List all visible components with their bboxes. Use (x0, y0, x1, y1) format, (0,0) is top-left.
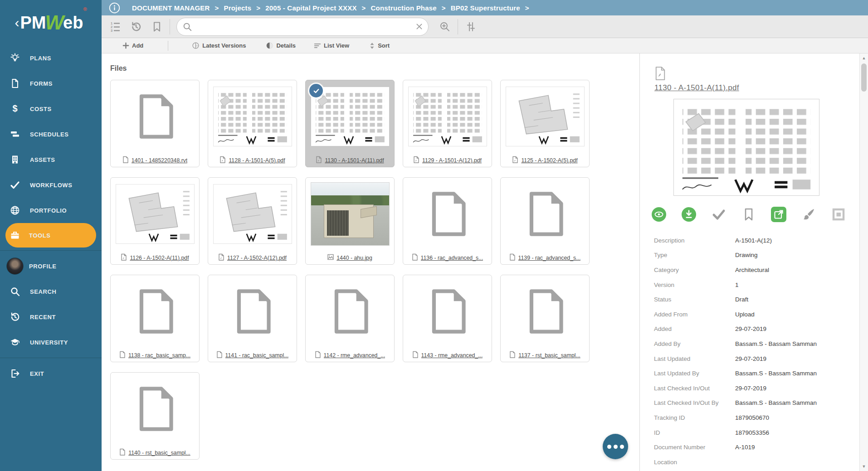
file-link[interactable]: 1143 - rme_advanced_... (421, 352, 483, 359)
pmweb-logo[interactable]: ‹PMWeb® (0, 0, 102, 45)
file-link[interactable]: 1401 - 1485220348.rvt (132, 157, 188, 164)
details-toggle[interactable]: Details (266, 42, 296, 49)
sidebar-item-plans[interactable]: PLANS (0, 45, 102, 71)
sidebar-item-recent[interactable]: RECENT (0, 304, 102, 330)
file-link[interactable]: 1128 - A-1501-A(5).pdf (229, 157, 285, 164)
checkout-button[interactable] (711, 207, 727, 222)
file-link[interactable]: 1127 - A-1502-A(12).pdf (227, 255, 287, 261)
file-link[interactable]: 1125 - A-1502-A(5).pdf (521, 157, 577, 164)
view-button[interactable] (651, 207, 667, 222)
sidebar-item-schedules[interactable]: SCHEDULES (0, 121, 102, 147)
open-external-button[interactable] (771, 207, 786, 222)
file-link[interactable]: 1126 - A-1502-A(11).pdf (130, 255, 189, 261)
sort-button[interactable]: Sort (369, 42, 390, 49)
file-card[interactable]: 1401 - 1485220348.rvt (110, 80, 200, 167)
sidebar-item-profile[interactable]: PROFILE (0, 253, 102, 279)
field-row: Last Updated ByBassam.S - Bassam Samman (654, 366, 859, 381)
sidebar-item-portfolio[interactable]: PORTFOLIO (0, 198, 102, 223)
collapse-chevron-icon[interactable]: ‹ (15, 15, 20, 30)
file-card-selected[interactable]: 1130 - A-1501-A(11).pdf (305, 80, 395, 167)
breadcrumb-item[interactable]: 2005 - Capital Project XXXX (265, 4, 356, 12)
file-card[interactable]: 1128 - A-1501-A(5).pdf (208, 80, 297, 167)
more-actions-button[interactable] (603, 434, 628, 459)
latest-versions-toggle[interactable]: Latest Versions (192, 42, 246, 49)
file-link[interactable]: 1142 - rme_advanced_... (324, 352, 385, 359)
field-value: 29-07-2019 (735, 355, 766, 362)
breadcrumb-item[interactable]: Construction Phase (371, 4, 437, 12)
bookmark-button[interactable] (741, 207, 756, 222)
file-card[interactable]: 1137 - rst_basic_sampl... (500, 275, 590, 362)
list-view-button[interactable]: List View (314, 42, 349, 49)
file-link[interactable]: 1137 - rst_basic_sampl... (518, 352, 580, 359)
field-label: Location (654, 459, 735, 466)
sidebar-item-university[interactable]: UNIVERSITY (0, 330, 102, 355)
file-card[interactable]: 1127 - A-1502-A(12).pdf (208, 177, 297, 265)
sidebar-item-workflows[interactable]: WORKFLOWS (0, 172, 102, 198)
add-button[interactable]: Add (122, 42, 143, 49)
filters-icon[interactable] (464, 20, 477, 33)
file-link[interactable]: 1129 - A-1501-A(12).pdf (422, 157, 482, 164)
file-link[interactable]: 1138 - rac_basic_samp... (128, 352, 190, 359)
file-link[interactable]: 1139 - rac_advanced_s... (518, 255, 581, 261)
file-card[interactable]: 1143 - rme_advanced_... (403, 275, 492, 362)
field-value: Upload (735, 311, 755, 318)
file-card[interactable]: 1138 - rac_basic_samp... (110, 275, 200, 362)
history-icon[interactable] (130, 20, 142, 33)
file-card[interactable]: 1141 - rac_basic_sampl... (208, 275, 297, 362)
breadcrumb-item[interactable]: DOCUMENT MANAGER (132, 4, 210, 12)
scroll-down-icon[interactable]: ▼ (860, 463, 868, 470)
sidebar-item-tools[interactable]: TOOLS (5, 223, 96, 248)
sidebar-item-assets[interactable]: ASSETS (0, 147, 102, 172)
field-label: Type (654, 252, 735, 258)
vertical-scrollbar[interactable]: ▲ ▼ (859, 53, 868, 471)
breadcrumb-item[interactable]: Projects (224, 4, 252, 12)
bookmark-icon[interactable] (151, 20, 163, 33)
document-icon (9, 78, 21, 89)
field-value: 29-07-2019 (735, 325, 766, 332)
save-button[interactable] (831, 207, 846, 222)
file-link[interactable]: 1136 - rac_advanced_s... (421, 255, 483, 261)
pdf-file-icon (316, 156, 322, 165)
details-panel: 1130 - A-1501-A(11).pdf DescriptionA-150… (639, 53, 859, 471)
logout-icon (9, 368, 21, 379)
breadcrumb-item[interactable]: BP02 Superstructure (451, 4, 520, 12)
search-input[interactable] (197, 23, 416, 30)
zoom-in-icon[interactable] (439, 20, 451, 33)
download-button[interactable] (681, 207, 697, 222)
logo-text: PM (20, 13, 46, 33)
scroll-up-icon[interactable]: ▲ (860, 54, 868, 62)
sidebar-item-label: EXIT (30, 370, 44, 377)
sidebar-item-exit[interactable]: EXIT (0, 361, 102, 386)
file-link[interactable]: 1140 - rst_basic_sampl... (128, 450, 190, 456)
file-card[interactable]: 1126 - A-1502-A(11).pdf (110, 177, 200, 265)
markup-brush-button[interactable] (801, 207, 816, 222)
document-title-link[interactable]: 1130 - A-1501-A(11).pdf (654, 83, 739, 92)
document-preview[interactable] (673, 99, 819, 196)
file-link[interactable]: 1130 - A-1501-A(11).pdf (325, 157, 384, 164)
field-row: TypeDrawing (654, 248, 859, 263)
history-icon (9, 311, 21, 323)
pdf-file-icon (219, 156, 226, 165)
clear-search-icon[interactable] (416, 23, 423, 30)
file-card[interactable]: 1125 - A-1502-A(5).pdf (500, 80, 590, 167)
file-card[interactable]: 1440 - ahu.jpg (305, 177, 395, 265)
info-icon[interactable] (109, 2, 120, 14)
file-card[interactable]: 1139 - rac_advanced_s... (500, 177, 590, 265)
file-link[interactable]: 1440 - ahu.jpg (336, 255, 372, 261)
file-thumbnail (501, 178, 589, 250)
file-thumbnail (111, 178, 199, 250)
field-row: StatusDraft (654, 292, 859, 307)
list-view-icon (314, 42, 321, 49)
file-card[interactable]: 1136 - rac_advanced_s... (403, 177, 492, 265)
file-card[interactable]: 1142 - rme_advanced_... (305, 275, 395, 362)
scrollbar-thumb[interactable] (861, 63, 867, 92)
file-card[interactable]: 1129 - A-1501-A(12).pdf (403, 80, 492, 167)
sidebar-item-costs[interactable]: $ COSTS (0, 96, 102, 121)
file-card[interactable]: 1140 - rst_basic_sampl... (110, 372, 200, 460)
files-grid: 1401 - 1485220348.rvt 1128 - A-1501-A(5)… (110, 80, 591, 460)
numbered-list-icon[interactable]: 123 (109, 20, 122, 33)
search-bar[interactable] (176, 18, 429, 36)
sidebar-item-forms[interactable]: FORMS (0, 71, 102, 96)
sidebar-item-search[interactable]: SEARCH (0, 279, 102, 304)
file-link[interactable]: 1141 - rac_basic_sampl... (225, 352, 289, 359)
